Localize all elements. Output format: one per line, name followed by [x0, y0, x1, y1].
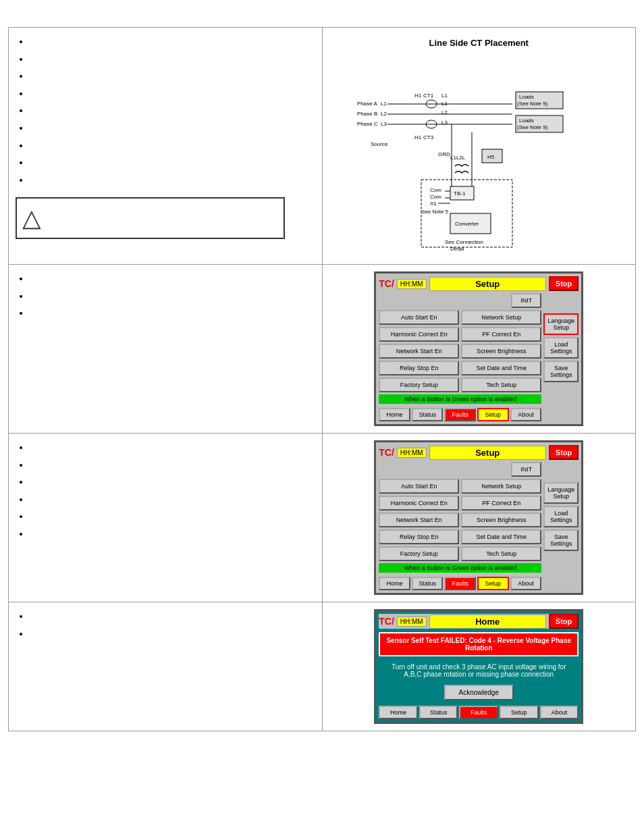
- row-1: △ Line Side CT Placement Phase A Phase B…: [9, 28, 636, 265]
- hmi-header-2: TC/ HH:MM Setup Stop: [379, 445, 579, 460]
- bullet-item: [29, 155, 315, 170]
- bullet-item: [29, 271, 315, 286]
- row-2: TC/ HH:MM Setup Stop INIT Auto Start En: [9, 265, 636, 434]
- warning-triangle-icon: △: [22, 204, 41, 232]
- hmi-brightness-btn-1[interactable]: Screen Brightness: [461, 344, 541, 359]
- hmi-header-1: TC/ HH:MM Setup Stop: [379, 276, 579, 291]
- hmi-fault-logo: TC/: [379, 616, 394, 627]
- svg-text:Loads: Loads: [519, 94, 534, 100]
- hmi-tech-btn-1[interactable]: Tech Setup: [461, 377, 541, 392]
- svg-text:H1: H1: [414, 93, 422, 99]
- hmi-btn-row-1: Auto Start En Network Setup: [379, 310, 541, 325]
- hmi-network-setup-btn-1[interactable]: Network Setup: [461, 310, 541, 325]
- hmi-init-button-2[interactable]: INIT: [511, 462, 541, 477]
- hmi-pf-btn-2[interactable]: PF Correct En: [461, 496, 541, 511]
- hmi-setup-title-1: Setup: [429, 277, 546, 291]
- hmi-fault-nav-setup[interactable]: Setup: [500, 706, 539, 719]
- bullet-item: [29, 306, 315, 321]
- svg-text:GRD: GRD: [438, 151, 450, 157]
- hmi-pf-btn-1[interactable]: PF Correct En: [461, 327, 541, 342]
- hmi-fault-screen: TC/ HH:MM Home Stop Sensor Self Test FAI…: [374, 609, 583, 724]
- bullet-item: [29, 627, 315, 642]
- hmi-auto-start-btn-1[interactable]: Auto Start En: [379, 310, 459, 325]
- hmi-screen-2: TC/ HH:MM Setup Stop INIT Auto Start En …: [374, 440, 583, 595]
- hmi-fault-nav-home[interactable]: Home: [379, 706, 418, 719]
- hmi-language-btn-2[interactable]: Language Setup: [543, 482, 579, 504]
- hmi-fault-nav-status[interactable]: Status: [419, 706, 458, 719]
- hmi-load-settings-btn-1[interactable]: Load Settings: [543, 337, 579, 359]
- row2-bullet-list: [16, 271, 315, 321]
- row2-right-cell: TC/ HH:MM Setup Stop INIT Auto Start En: [322, 265, 636, 434]
- hmi-save-settings-btn-1[interactable]: Save Settings: [543, 361, 579, 382]
- hmi-harmonic-btn-2[interactable]: Harmonic Correct En: [379, 496, 459, 511]
- hmi-tech-btn-2[interactable]: Tech Setup: [461, 546, 541, 561]
- hmi-init-button-1[interactable]: INIT: [511, 293, 541, 308]
- hmi-nav-setup-2[interactable]: Setup: [477, 577, 509, 590]
- hmi-date-time-btn-2[interactable]: Set Date and Time: [461, 529, 541, 544]
- svg-text:Detail: Detail: [450, 246, 464, 252]
- hmi-stop-button-1[interactable]: Stop: [549, 276, 579, 291]
- hmi-nav-home-2[interactable]: Home: [379, 577, 410, 590]
- bullet-item: [29, 492, 315, 507]
- hmi-fault-nav-about[interactable]: About: [540, 706, 579, 719]
- svg-text:Com: Com: [430, 194, 441, 200]
- hmi-factory-btn-1[interactable]: Factory Setup: [379, 377, 459, 392]
- row3-right-cell: TC/ HH:MM Setup Stop INIT Auto Start En …: [322, 434, 636, 602]
- hmi-nav-status-2[interactable]: Status: [412, 577, 444, 590]
- hmi-btn-row-5: Factory Setup Tech Setup: [379, 377, 541, 392]
- bullet-item: [29, 289, 315, 304]
- hmi-nav-bar-1: Home Status Faults Setup About: [379, 406, 541, 421]
- hmi-auto-start-btn-2[interactable]: Auto Start En: [379, 479, 459, 494]
- hmi-load-settings-btn-2[interactable]: Load Settings: [543, 506, 579, 527]
- hmi-btn-row-2: Harmonic Correct En PF Correct En: [379, 327, 541, 342]
- hmi-nav-about-2[interactable]: About: [510, 577, 542, 590]
- hmi-nav-about-1[interactable]: About: [510, 408, 542, 421]
- hmi-btn-row2-3: Network Start En Screen Brightness: [379, 513, 541, 527]
- bullet-item: [29, 86, 315, 101]
- hmi-fault-header: TC/ HH:MM Home Stop: [379, 614, 579, 629]
- hmi-network-start-btn-1[interactable]: Network Start En: [379, 344, 459, 359]
- hmi-fault-stop-button[interactable]: Stop: [549, 614, 579, 629]
- svg-text:L1L2L: L1L2L: [450, 155, 466, 161]
- hmi-save-settings-btn-2[interactable]: Save Settings: [543, 529, 579, 551]
- bullet-item: [29, 103, 315, 118]
- hmi-relay-stop-btn-2[interactable]: Relay Stop En: [379, 529, 459, 544]
- hmi-relay-stop-btn-1[interactable]: Relay Stop En: [379, 361, 459, 375]
- svg-text:L2: L2: [381, 111, 387, 117]
- svg-text:CT1: CT1: [423, 93, 434, 99]
- fault-acknowledge-button[interactable]: Acknowledge: [444, 685, 514, 700]
- hmi-nav-home-1[interactable]: Home: [379, 408, 410, 421]
- hmi-brightness-btn-2[interactable]: Screen Brightness: [461, 513, 541, 527]
- svg-text:Source: Source: [371, 141, 388, 147]
- row3-bullet-list: [16, 440, 315, 542]
- hmi-btn-row2-4: Relay Stop En Set Date and Time: [379, 529, 541, 544]
- hmi-harmonic-btn-1[interactable]: Harmonic Correct En: [379, 327, 459, 342]
- hmi-stop-button-2[interactable]: Stop: [549, 445, 579, 460]
- svg-text:(See Note 9): (See Note 9): [517, 124, 548, 130]
- ct-svg: Phase A Phase B Phase C L1 L2 L3 Source: [333, 51, 626, 254]
- hmi-nav-status-1[interactable]: Status: [412, 408, 444, 421]
- hmi-btn-row-3: Network Start En Screen Brightness: [379, 344, 541, 359]
- hmi-language-btn-1[interactable]: Language Setup: [543, 313, 579, 335]
- main-content-table: △ Line Side CT Placement Phase A Phase B…: [8, 27, 636, 731]
- svg-text:L1: L1: [441, 93, 448, 99]
- row3-left-cell: [9, 434, 323, 602]
- hmi-time-2: HH:MM: [397, 448, 427, 458]
- bullet-item: [29, 34, 315, 49]
- svg-text:Loads: Loads: [519, 118, 534, 124]
- hmi-date-time-btn-1[interactable]: Set Date and Time: [461, 361, 541, 375]
- hmi-factory-btn-2[interactable]: Factory Setup: [379, 546, 459, 561]
- svg-text:Phase A: Phase A: [357, 101, 377, 107]
- svg-text:L2: L2: [441, 109, 448, 115]
- hmi-nav-faults-2[interactable]: Faults: [444, 577, 476, 590]
- hmi-nav-setup-1[interactable]: Setup: [477, 408, 509, 421]
- hmi-nav-faults-1[interactable]: Faults: [444, 408, 476, 421]
- bullet-item: [29, 509, 315, 524]
- hmi-network-setup-btn-2[interactable]: Network Setup: [461, 479, 541, 494]
- bullet-item: [29, 52, 315, 67]
- hmi-network-start-btn-2[interactable]: Network Start En: [379, 513, 459, 527]
- hmi-fault-nav-faults[interactable]: Faults: [459, 706, 498, 719]
- fault-message-box: Turn off unit and check 3 phase AC input…: [379, 660, 579, 681]
- svg-text:Phase C: Phase C: [357, 121, 378, 127]
- row1-right-cell: Line Side CT Placement Phase A Phase B P…: [322, 28, 636, 265]
